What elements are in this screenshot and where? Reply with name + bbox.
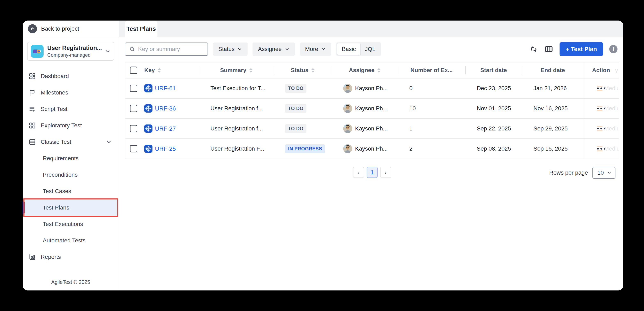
sidebar-item-exploratory-test[interactable]: Exploratory Test bbox=[22, 117, 119, 134]
table-row: URF-36 User Registration f... TO DO bbox=[125, 98, 619, 118]
ghost-header-text: y bbox=[615, 67, 618, 74]
columns-icon bbox=[544, 44, 554, 54]
row-checkbox[interactable] bbox=[130, 145, 137, 152]
start-date-cell: Sep 08, 2025 bbox=[465, 139, 522, 158]
status-cell: TO DO bbox=[274, 78, 332, 98]
sidebar-item-reports[interactable]: Reports bbox=[22, 249, 119, 265]
row-checkbox[interactable] bbox=[130, 85, 137, 92]
header-summary[interactable]: Summary bbox=[199, 62, 274, 78]
more-filter-dropdown[interactable]: More bbox=[300, 42, 332, 56]
row-actions-button[interactable] bbox=[595, 146, 608, 152]
pagination-bar: ‹ 1 › Rows per page 10 bbox=[125, 167, 619, 179]
sidebar-item-label: Dashboard bbox=[41, 73, 69, 80]
sidebar-item-test-executions[interactable]: Test Executions bbox=[22, 216, 119, 232]
avatar bbox=[343, 84, 352, 93]
end-date-cell: Sep 15, 2025 bbox=[522, 139, 584, 158]
sidebar-item-classic-test[interactable]: Classic Test bbox=[22, 134, 119, 150]
sidebar-item-dashboard[interactable]: Dashboard bbox=[22, 68, 119, 84]
chevron-down-icon bbox=[105, 48, 110, 54]
header-key[interactable]: Key bbox=[125, 62, 199, 78]
start-date: Sep 08, 2025 bbox=[477, 146, 511, 152]
status-filter-dropdown[interactable]: Status bbox=[213, 42, 248, 56]
sort-icon bbox=[249, 68, 252, 73]
header-action: Action y bbox=[584, 62, 618, 78]
chevron-down-icon bbox=[607, 170, 612, 175]
page-1-button[interactable]: 1 bbox=[366, 167, 378, 178]
header-label: End date bbox=[541, 67, 565, 74]
project-selector[interactable]: User Registration... Company-managed bbox=[27, 42, 114, 60]
sidebar-item-script-test[interactable]: Script Test bbox=[22, 101, 119, 117]
table-row: URF-61 Test Execution for T... TO DO bbox=[125, 78, 619, 98]
assignee-name: Kayson Ph... bbox=[355, 105, 388, 112]
header-end-date[interactable]: End date bbox=[522, 62, 584, 78]
issue-key-link[interactable]: URF-61 bbox=[155, 85, 176, 92]
back-to-project-button[interactable]: Back to project bbox=[28, 24, 79, 33]
mode-jql-button[interactable]: JQL bbox=[360, 43, 380, 55]
sidebar-item-label: Test Cases bbox=[43, 188, 71, 194]
sort-icon bbox=[377, 68, 380, 73]
action-cell: Mediu bbox=[584, 98, 618, 118]
refresh-button[interactable] bbox=[529, 44, 538, 54]
pagination-controls: ‹ 1 › bbox=[353, 167, 391, 178]
sidebar-item-milestones[interactable]: Milestones bbox=[22, 84, 119, 101]
project-avatar-icon bbox=[31, 45, 44, 58]
sidebar-item-automated-tests[interactable]: Automated Tests bbox=[22, 232, 119, 249]
assignee: Kayson Ph... bbox=[343, 104, 388, 113]
table-rows-icon bbox=[28, 138, 36, 146]
sidebar: Back to project User Registration... Com… bbox=[22, 20, 119, 290]
sidebar-item-label: Classic Test bbox=[41, 139, 71, 145]
row-actions-button[interactable] bbox=[595, 126, 608, 132]
refresh-icon bbox=[529, 44, 538, 54]
issue-key-link[interactable]: URF-36 bbox=[155, 105, 176, 112]
issue-key-link[interactable]: URF-25 bbox=[155, 146, 176, 152]
active-indicator bbox=[22, 202, 25, 214]
sidebar-item-label: Test Plans bbox=[43, 204, 69, 211]
header-executions[interactable]: Number of Ex... bbox=[398, 62, 465, 78]
sidebar-item-test-plans[interactable]: Test Plans bbox=[22, 200, 118, 216]
sidebar-item-preconditions[interactable]: Preconditions bbox=[22, 166, 119, 183]
summary-text: User Registration f... bbox=[210, 125, 263, 132]
row-actions-button[interactable] bbox=[595, 106, 608, 111]
executions-cell: 10 bbox=[398, 98, 465, 118]
start-date: Sep 22, 2025 bbox=[477, 125, 511, 132]
select-all-checkbox[interactable] bbox=[130, 66, 137, 74]
summary-text: Test Execution for T... bbox=[210, 85, 265, 92]
tab-test-plans[interactable]: Test Plans bbox=[125, 20, 158, 37]
issue-key-link[interactable]: URF-27 bbox=[155, 125, 176, 132]
status-badge: TO DO bbox=[285, 124, 306, 133]
row-actions-button[interactable] bbox=[595, 86, 608, 91]
header-assignee[interactable]: Assignee bbox=[332, 62, 398, 78]
header-status[interactable]: Status bbox=[274, 62, 332, 78]
assignee: Kayson Ph... bbox=[343, 124, 388, 133]
main-content: Test Plans Status Assignee bbox=[119, 20, 623, 290]
sidebar-item-label: Automated Tests bbox=[43, 237, 86, 244]
end-date: Sep 29, 2025 bbox=[534, 125, 568, 132]
script-list-icon bbox=[28, 106, 36, 113]
info-icon[interactable]: i bbox=[609, 45, 618, 53]
row-checkbox[interactable] bbox=[130, 125, 137, 132]
issue-key: URF-61 bbox=[144, 84, 176, 92]
prev-page-button[interactable]: ‹ bbox=[353, 167, 364, 178]
key-cell: URF-25 bbox=[125, 139, 199, 158]
start-date-cell: Nov 01, 2025 bbox=[465, 98, 522, 118]
next-page-button[interactable]: › bbox=[380, 167, 391, 178]
back-arrow-icon bbox=[28, 24, 37, 33]
search-input[interactable] bbox=[138, 46, 204, 52]
header-label: Assignee bbox=[349, 67, 374, 74]
search-box[interactable] bbox=[125, 42, 208, 56]
header-start-date[interactable]: Start date bbox=[465, 62, 522, 78]
rows-per-page: Rows per page 10 bbox=[549, 167, 616, 179]
assignee-filter-dropdown[interactable]: Assignee bbox=[252, 42, 295, 56]
sidebar-item-test-cases[interactable]: Test Cases bbox=[22, 183, 119, 200]
row-checkbox[interactable] bbox=[130, 105, 137, 112]
sidebar-item-label: Preconditions bbox=[43, 172, 78, 178]
mode-basic-button[interactable]: Basic bbox=[337, 43, 360, 55]
create-test-plan-button[interactable]: + Test Plan bbox=[560, 42, 603, 56]
table-row: URF-27 User Registration f... TO DO bbox=[125, 118, 619, 138]
issue-key: URF-36 bbox=[144, 104, 176, 112]
rows-per-page-select[interactable]: 10 bbox=[592, 167, 616, 179]
assignee-name: Kayson Ph... bbox=[355, 125, 388, 132]
start-date: Dec 23, 2025 bbox=[477, 85, 511, 92]
sidebar-item-requirements[interactable]: Requirements bbox=[22, 150, 119, 166]
columns-settings-button[interactable] bbox=[544, 44, 554, 54]
